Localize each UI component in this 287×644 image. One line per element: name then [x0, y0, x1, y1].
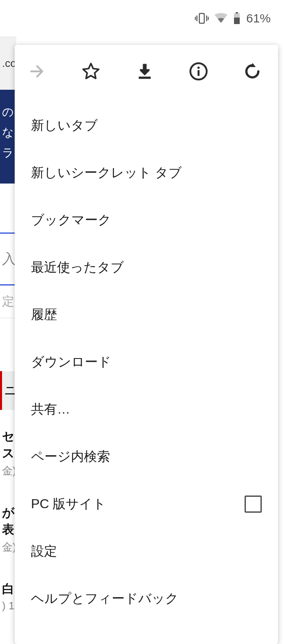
menu-find-in-page[interactable]: ページ内検索 — [15, 433, 278, 480]
svg-rect-8 — [139, 77, 150, 79]
download-button[interactable] — [135, 61, 155, 82]
desktop-site-checkbox[interactable] — [245, 496, 262, 513]
menu-label: ページ内検索 — [31, 448, 110, 466]
menu-label: 新しいタブ — [31, 117, 98, 135]
menu-label: ブックマーク — [31, 211, 111, 229]
menu-help[interactable]: ヘルプとフィードバック — [15, 575, 278, 622]
menu-label: ダウンロード — [31, 353, 111, 371]
menu-settings[interactable]: 設定 — [15, 528, 278, 575]
menu-label: 共有… — [31, 401, 70, 418]
svg-rect-5 — [236, 12, 238, 13]
menu-share[interactable]: 共有… — [15, 386, 278, 433]
battery-icon — [233, 12, 241, 24]
bg-article1: セス — [0, 426, 16, 464]
bg-article2: が表 — [0, 502, 16, 540]
menu-label: 設定 — [31, 542, 57, 560]
page-background: .co の な ラ 入 定 ニ セス 金) が表 金) 白 ) 1 — [0, 37, 16, 644]
bg-setting: 定 — [0, 285, 16, 318]
menu-bookmarks[interactable]: ブックマーク — [15, 197, 278, 244]
menu-label: 新しいシークレット タブ — [31, 164, 182, 182]
svg-point-10 — [197, 66, 200, 69]
svg-rect-11 — [198, 70, 200, 76]
bg-news: ニ — [0, 371, 16, 410]
status-bar: 61% — [0, 0, 287, 37]
svg-rect-0 — [199, 13, 204, 23]
menu-icon-row — [15, 45, 278, 98]
menu-label: 最近使ったタブ — [31, 259, 124, 277]
svg-rect-7 — [234, 18, 240, 24]
menu-label: PC 版サイト — [31, 495, 106, 513]
vibrate-icon — [195, 13, 209, 24]
menu-new-tab[interactable]: 新しいタブ — [15, 102, 278, 149]
forward-button[interactable] — [27, 61, 47, 82]
overflow-menu: 新しいタブ 新しいシークレット タブ ブックマーク 最近使ったタブ 履歴 ダウン… — [15, 45, 278, 644]
bg-article3: 白 — [0, 579, 16, 600]
info-button[interactable] — [188, 61, 209, 82]
wifi-icon — [214, 13, 227, 24]
menu-label: 履歴 — [31, 306, 57, 324]
bg-banner: の な ラ — [0, 90, 16, 184]
menu-items-list: 新しいタブ 新しいシークレット タブ ブックマーク 最近使ったタブ 履歴 ダウン… — [15, 98, 278, 626]
bg-search: 入 — [0, 232, 16, 285]
menu-history[interactable]: 履歴 — [15, 291, 278, 339]
menu-downloads[interactable]: ダウンロード — [15, 339, 278, 386]
menu-new-incognito[interactable]: 新しいシークレット タブ — [15, 149, 278, 197]
battery-percent: 61% — [246, 11, 271, 25]
bookmark-button[interactable] — [81, 61, 101, 82]
menu-label: ヘルプとフィードバック — [31, 590, 179, 608]
bg-url: .co — [0, 37, 16, 90]
reload-button[interactable] — [242, 61, 263, 82]
menu-recent-tabs[interactable]: 最近使ったタブ — [15, 244, 278, 291]
menu-desktop-site[interactable]: PC 版サイト — [15, 480, 278, 528]
